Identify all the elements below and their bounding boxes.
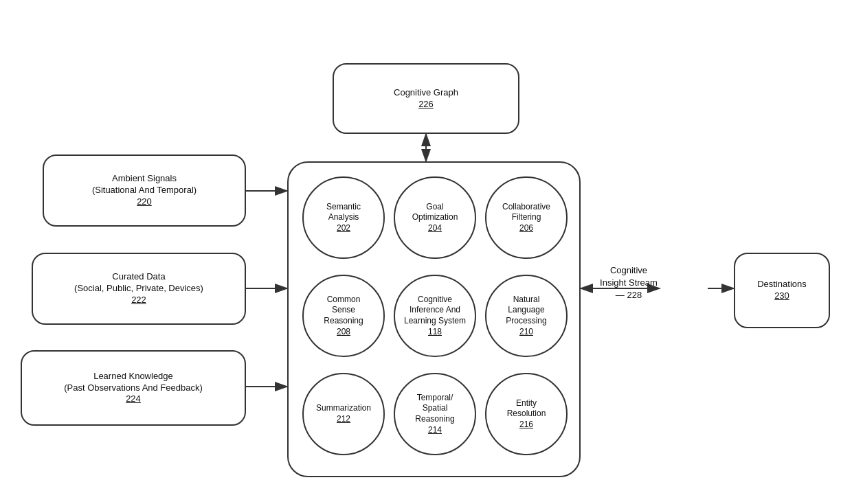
cognitive-graph-label: Cognitive Graph [394,87,458,99]
common-sense-node: CommonSenseReasoning 208 [302,275,385,357]
collaborative-filtering-label: CollaborativeFiltering [502,202,550,223]
goal-optimization-node: GoalOptimization 204 [394,176,476,259]
summarization-node: Summarization 212 [302,373,385,455]
summarization-num: 212 [337,414,350,425]
entity-resolution-node: EntityResolution 216 [485,373,568,455]
temporal-spatial-num: 214 [428,425,442,436]
curated-data-num: 222 [131,295,146,306]
goal-optimization-num: 204 [428,223,442,234]
collaborative-filtering-num: 206 [519,223,533,234]
goal-optimization-label: GoalOptimization [412,202,458,223]
entity-resolution-label: EntityResolution [507,398,546,420]
learned-knowledge-num: 224 [126,393,141,405]
cognitive-insight-text: CognitiveInsight Stream [600,265,658,288]
curated-data-node: Curated Data(Social, Public, Private, De… [32,253,246,325]
main-container: SemanticAnalysis 202 GoalOptimization 20… [287,161,581,477]
semantic-analysis-node: SemanticAnalysis 202 [302,176,385,259]
curated-data-label: Curated Data(Social, Public, Private, De… [74,271,203,295]
temporal-spatial-label: Temporal/SpatialReasoning [415,393,454,425]
nlp-num: 210 [519,327,533,338]
common-sense-num: 208 [337,327,350,338]
semantic-analysis-num: 202 [337,223,350,234]
nlp-node: NaturalLanguageProcessing 210 [485,275,568,357]
cognitive-insight-num: — 228 [616,290,642,300]
entity-resolution-num: 216 [519,420,533,431]
ambient-signals-num: 220 [137,196,152,208]
nlp-label: NaturalLanguageProcessing [506,295,546,327]
common-sense-label: CommonSenseReasoning [324,295,363,327]
learned-knowledge-node: Learned Knowledge(Past Observations And … [21,350,246,426]
cognitive-graph-num: 226 [418,99,434,111]
cognitive-inference-label: CognitiveInference AndLearning System [404,295,466,327]
destinations-label: Destinations [757,279,807,290]
destinations-node: Destinations 230 [734,253,830,328]
semantic-analysis-label: SemanticAnalysis [326,202,361,223]
learned-knowledge-label: Learned Knowledge(Past Observations And … [64,371,203,394]
temporal-spatial-node: Temporal/SpatialReasoning 214 [394,373,476,455]
cognitive-inference-node: CognitiveInference AndLearning System 11… [394,275,476,357]
cognitive-inference-num: 118 [428,327,442,338]
cognitive-graph-node: Cognitive Graph 226 [333,63,519,134]
collaborative-filtering-node: CollaborativeFiltering 206 [485,176,568,259]
destinations-num: 230 [774,290,789,302]
ambient-signals-label: Ambient Signals(Situational And Temporal… [92,173,197,196]
diagram: Cognitive Graph 226 SemanticAnalysis 202… [0,0,852,504]
summarization-label: Summarization [316,403,371,414]
cognitive-insight-label: CognitiveInsight Stream — 228 [591,264,666,302]
ambient-signals-node: Ambient Signals(Situational And Temporal… [43,154,246,227]
